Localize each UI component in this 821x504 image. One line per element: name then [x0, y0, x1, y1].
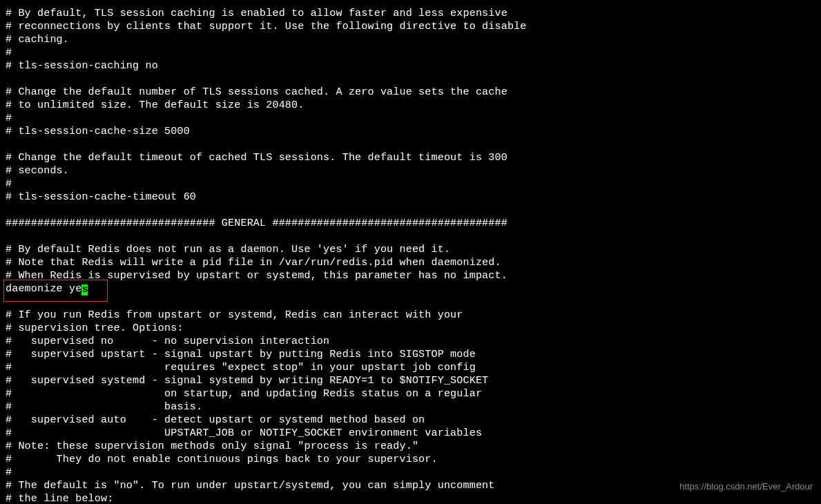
terminal-line — [6, 72, 815, 86]
terminal-line: # Change the default timeout of cached T… — [6, 151, 815, 164]
terminal-line: daemonize yes — [6, 282, 815, 295]
terminal-line: # requires "expect stop" in your upstart… — [6, 361, 815, 374]
terminal-line: # By default, TLS session caching is ena… — [6, 7, 815, 20]
terminal-line: # Change the default number of TLS sessi… — [6, 86, 815, 99]
terminal-line: # — [6, 112, 815, 125]
terminal-line — [6, 230, 815, 243]
terminal-line: # Note: these supervision methods only s… — [6, 440, 815, 453]
terminal-cursor: s — [81, 284, 88, 295]
terminal-line: # — [6, 177, 815, 191]
terminal-line: # Note that Redis will write a pid file … — [6, 256, 815, 269]
terminal-line: # reconnections by clients that support … — [6, 20, 815, 33]
terminal-line: # If you run Redis from upstart or syste… — [6, 309, 815, 322]
terminal-line — [6, 204, 815, 217]
terminal-line: # They do not enable continuous pings ba… — [6, 453, 815, 466]
terminal-line: # on startup, and updating Redis status … — [6, 387, 815, 400]
terminal-line: # to unlimited size. The default size is… — [6, 99, 815, 112]
terminal-line: # supervised auto - detect upstart or sy… — [6, 414, 815, 427]
terminal-line: # tls-session-cache-size 5000 — [6, 125, 815, 138]
terminal-line: ################################# GENERA… — [6, 217, 815, 230]
terminal-line: # — [6, 46, 815, 59]
watermark-text: https://blog.csdn.net/Ever_Ardour — [679, 480, 813, 493]
terminal-line: # UPSTART_JOB or NOTIFY_SOCKET environme… — [6, 427, 815, 440]
terminal-line: # tls-session-cache-timeout 60 — [6, 191, 815, 204]
terminal-line: # supervised upstart - signal upstart by… — [6, 348, 815, 361]
terminal-line: # basis. — [6, 400, 815, 414]
terminal-line: # — [6, 466, 815, 479]
terminal-line: # supervised systemd - signal systemd by… — [6, 374, 815, 387]
terminal-line: # supervised no - no supervision interac… — [6, 335, 815, 348]
terminal-line: # tls-session-caching no — [6, 59, 815, 72]
terminal-line: # the line below: — [6, 492, 815, 504]
terminal-line: # caching. — [6, 33, 815, 46]
terminal-line — [6, 138, 815, 151]
terminal-line: # seconds. — [6, 164, 815, 177]
terminal-line: # When Redis is supervised by upstart or… — [6, 269, 815, 282]
terminal-line — [6, 295, 815, 309]
terminal-viewport[interactable]: # By default, TLS session caching is ena… — [0, 0, 821, 504]
terminal-line: # supervision tree. Options: — [6, 322, 815, 335]
terminal-text: daemonize ye — [6, 283, 81, 295]
terminal-line: # By default Redis does not run as a dae… — [6, 243, 815, 256]
